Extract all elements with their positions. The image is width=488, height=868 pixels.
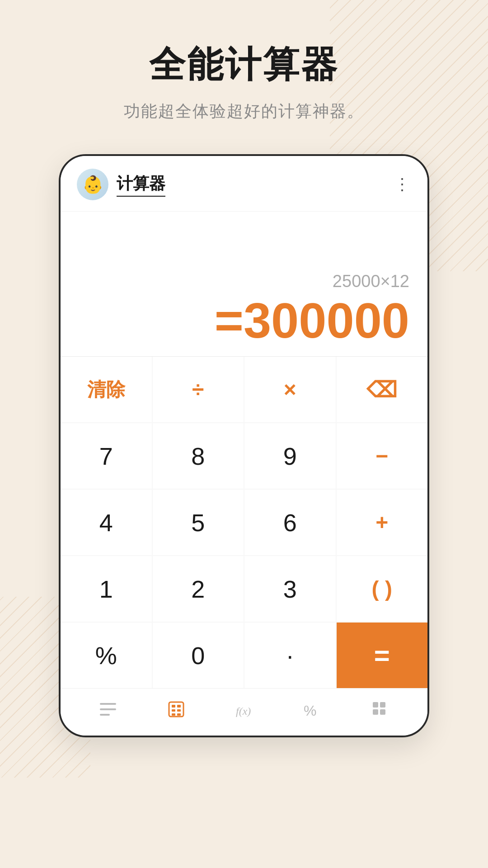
subtract-button[interactable]: − <box>337 423 428 489</box>
svg-rect-8 <box>172 713 175 716</box>
svg-rect-7 <box>177 709 181 712</box>
svg-rect-15 <box>380 709 385 715</box>
keypad: 清除 ÷ × ⌫ 7 8 9 − 4 5 6 + 1 2 3 ( ) % 0 ·… <box>61 357 427 688</box>
percent-icon: % <box>302 699 322 723</box>
result-display: =300000 <box>215 296 409 345</box>
app-header: 👶 计算器 ⋮ <box>61 156 427 212</box>
multiply-button[interactable]: × <box>244 357 336 422</box>
nav-history[interactable] <box>81 697 135 726</box>
key-percent[interactable]: % <box>61 623 152 688</box>
avatar: 👶 <box>77 169 108 200</box>
bottom-nav: f(x) % <box>61 688 427 736</box>
functions-icon: f(x) <box>234 699 254 723</box>
equals-button[interactable]: = <box>337 623 428 688</box>
parentheses-button[interactable]: ( ) <box>337 556 428 622</box>
grid-icon <box>370 699 390 723</box>
svg-rect-3 <box>169 702 183 717</box>
key-decimal[interactable]: · <box>244 623 336 688</box>
nav-functions[interactable]: f(x) <box>217 697 271 726</box>
page-subtitle: 功能超全体验超好的计算神器。 <box>124 100 364 123</box>
nav-calculator[interactable] <box>149 697 203 726</box>
key-6[interactable]: 6 <box>244 490 336 555</box>
app-title: 计算器 <box>117 173 165 197</box>
svg-rect-14 <box>373 709 378 715</box>
key-7[interactable]: 7 <box>61 423 152 489</box>
phone-frame: 👶 计算器 ⋮ 25000×12 =300000 清除 ÷ × ⌫ 7 8 9 … <box>59 154 429 737</box>
backspace-button[interactable]: ⌫ <box>337 357 428 422</box>
add-button[interactable]: + <box>337 490 428 555</box>
clear-button[interactable]: 清除 <box>61 357 152 422</box>
page-title: 全能计算器 <box>149 41 339 90</box>
nav-more[interactable] <box>353 697 407 726</box>
svg-rect-2 <box>100 714 110 716</box>
svg-rect-9 <box>177 713 181 716</box>
divide-button[interactable]: ÷ <box>153 357 244 422</box>
calculator-icon <box>166 699 186 723</box>
key-0[interactable]: 0 <box>153 623 244 688</box>
key-3[interactable]: 3 <box>244 556 336 622</box>
key-2[interactable]: 2 <box>153 556 244 622</box>
display-area: 25000×12 =300000 <box>61 212 427 356</box>
svg-text:f(x): f(x) <box>236 705 251 717</box>
key-9[interactable]: 9 <box>244 423 336 489</box>
svg-rect-13 <box>380 702 385 708</box>
nav-percent[interactable]: % <box>285 697 339 726</box>
key-4[interactable]: 4 <box>61 490 152 555</box>
expression-display: 25000×12 <box>333 272 409 291</box>
svg-rect-12 <box>373 702 378 708</box>
svg-rect-0 <box>100 703 116 705</box>
svg-text:%: % <box>304 703 316 719</box>
svg-rect-5 <box>177 705 181 708</box>
svg-rect-1 <box>100 708 116 710</box>
svg-rect-6 <box>172 709 175 712</box>
more-menu-button[interactable]: ⋮ <box>394 175 411 194</box>
history-icon <box>98 699 118 723</box>
svg-rect-4 <box>172 705 175 708</box>
key-1[interactable]: 1 <box>61 556 152 622</box>
key-5[interactable]: 5 <box>153 490 244 555</box>
key-8[interactable]: 8 <box>153 423 244 489</box>
